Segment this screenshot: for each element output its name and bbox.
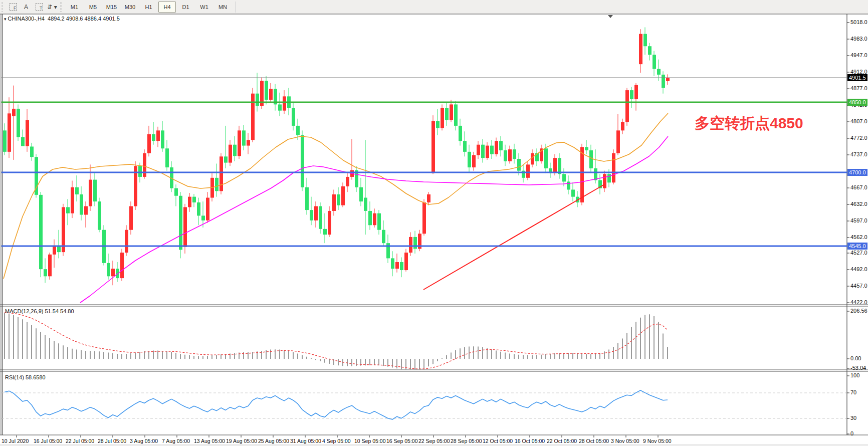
rsi-tick: 0 xyxy=(850,430,853,436)
timeframe-button-h4[interactable]: H4 xyxy=(158,2,176,13)
trading-terminal: FAT⇵ ▾ M1M5M15M30H1H4D1W1MN ▾ CHINA300-,… xyxy=(0,0,868,447)
price-level-badge-4850.0: 4850.0 xyxy=(847,99,867,106)
timeframe-button-m1[interactable]: M1 xyxy=(66,2,83,13)
price-tick: 4877.0 xyxy=(850,85,867,91)
price-tick: 4422.0 xyxy=(850,299,867,305)
dashed-frame-f-icon[interactable]: F xyxy=(7,2,19,12)
rsi-tick: 30 xyxy=(850,415,856,421)
time-tick: 25 Aug 05:00 xyxy=(258,438,289,444)
symbol-ohlc: 4894.2 4908.6 4886.4 4901.5 xyxy=(48,16,120,22)
timeframe-button-h1[interactable]: H1 xyxy=(140,2,157,13)
rsi-label: RSI(14) 58.6580 xyxy=(5,374,46,380)
macd-tick: 0.00 xyxy=(850,355,861,361)
price-tick: 4562.0 xyxy=(850,234,867,240)
price-level-badge-4545.0: 4545.0 xyxy=(847,243,867,250)
rsi-tick: 70 xyxy=(850,389,856,395)
dashed-frame-f-icon-glyph: F xyxy=(10,3,17,11)
macd-tick: -53.04 xyxy=(850,365,866,371)
price-level-badge-4901.5: 4901.5 xyxy=(847,74,867,81)
time-tick: 22 Sep 05:00 xyxy=(418,438,450,444)
cursor-dropdown-icon[interactable]: ⇵ ▾ xyxy=(46,2,58,12)
time-tick: 13 Aug 05:00 xyxy=(194,438,225,444)
time-tick: 19 Aug 05:00 xyxy=(226,438,257,444)
toolbar: FAT⇵ ▾ M1M5M15M30H1H4D1W1MN xyxy=(0,0,868,14)
rsi-pane[interactable] xyxy=(2,390,847,419)
symbol-dropdown-icon[interactable]: ▾ xyxy=(4,17,7,22)
time-tick: 28 Oct 05:00 xyxy=(579,438,609,444)
timeframe-group: M1M5M15M30H1H4D1W1MN xyxy=(65,2,232,13)
price-tick: 4667.0 xyxy=(850,184,867,190)
price-tick: 4807.0 xyxy=(850,118,867,124)
main-price-pane[interactable] xyxy=(3,27,670,303)
time-tick: 9 Nov 05:00 xyxy=(643,438,672,444)
time-tick: 16 Jul 05:00 xyxy=(34,438,62,444)
time-tick: 7 Aug 05:00 xyxy=(162,438,190,444)
time-tick: 28 Sep 05:00 xyxy=(451,438,482,444)
symbol-title[interactable]: ▾ CHINA300-,H4 4894.2 4908.6 4886.4 4901… xyxy=(4,16,120,22)
time-tick: 3 Aug 05:00 xyxy=(130,438,158,444)
price-annotation-text[interactable]: 多空转折点4850 xyxy=(695,113,803,134)
price-tick: 4737.0 xyxy=(850,151,867,157)
text-box-t-icon[interactable]: T xyxy=(33,2,45,12)
time-tick: 3 Nov 05:00 xyxy=(611,438,639,444)
text-box-t-icon-glyph: T xyxy=(36,3,43,11)
price-tick: 4492.0 xyxy=(850,266,867,272)
time-tick: 31 Aug 05:00 xyxy=(290,438,321,444)
toolbar-grip-handle[interactable] xyxy=(2,2,5,12)
chart-canvas[interactable] xyxy=(0,0,868,447)
time-tick: 16 Sep 05:00 xyxy=(386,438,417,444)
toolbar-tools: FAT⇵ ▾ xyxy=(7,2,59,12)
font-a-icon[interactable]: A xyxy=(20,2,32,12)
time-tick: 10 Sep 05:00 xyxy=(354,438,385,444)
time-tick: 10 Jul 2020 xyxy=(2,438,29,444)
timeframe-button-w1[interactable]: W1 xyxy=(195,2,213,13)
time-tick: 4 Sep 05:00 xyxy=(322,438,351,444)
price-tick: 4772.0 xyxy=(850,135,867,141)
price-tick: 4983.0 xyxy=(850,36,867,42)
time-tick: 22 Jul 05:00 xyxy=(66,438,94,444)
macd-tick: 206.56 xyxy=(850,308,867,314)
time-tick: 12 Oct 05:00 xyxy=(483,438,513,444)
timeframe-button-d1[interactable]: D1 xyxy=(177,2,194,13)
price-tick: 5018.0 xyxy=(850,19,867,25)
timeframe-button-m30[interactable]: M30 xyxy=(121,2,139,13)
rsi-tick: 100 xyxy=(850,372,859,378)
time-tick: 16 Oct 05:00 xyxy=(515,438,545,444)
time-tick: 28 Jul 05:00 xyxy=(98,438,126,444)
macd-pane[interactable] xyxy=(5,313,668,371)
price-tick: 4527.0 xyxy=(850,250,867,256)
symbol-name: CHINA300-,H4 xyxy=(8,16,45,22)
macd-label: MACD(12,26,9) 51.54 54.80 xyxy=(5,308,74,314)
timeframe-button-mn[interactable]: MN xyxy=(214,2,232,13)
timeframe-grip-handle[interactable] xyxy=(60,2,64,12)
timeframe-button-m5[interactable]: M5 xyxy=(84,2,102,13)
time-tick: 22 Oct 05:00 xyxy=(547,438,577,444)
price-tick: 4457.0 xyxy=(850,283,867,289)
toolbar-separator xyxy=(235,2,236,13)
price-level-badge-4700.0: 4700.0 xyxy=(847,169,867,176)
timeframe-button-m15[interactable]: M15 xyxy=(103,2,120,13)
price-tick: 4947.0 xyxy=(850,52,867,58)
price-tick: 4597.0 xyxy=(850,217,867,223)
price-tick: 4632.0 xyxy=(850,201,867,207)
